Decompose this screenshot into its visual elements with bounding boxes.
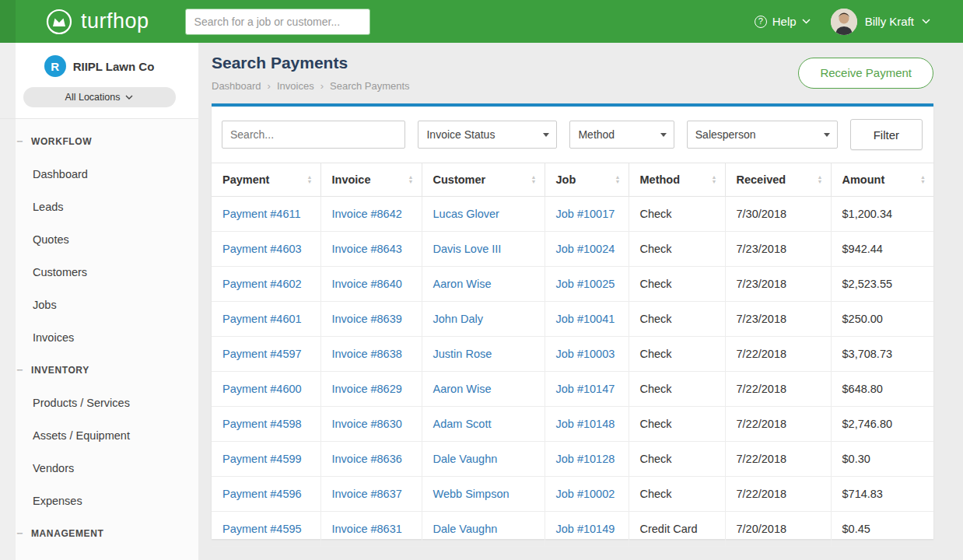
invoice-status-select[interactable]: Invoice Status [418,121,557,149]
sidebar-item-quotes[interactable]: Quotes [0,223,198,256]
payment-link-text[interactable]: Payment #4600 [222,383,302,395]
sidebar-item-assets-equipment[interactable]: Assets / Equipment [0,419,198,452]
invoice-link-text[interactable]: Invoice #8630 [332,418,402,430]
column-header-amount[interactable]: Amount▲▼ [831,163,933,197]
sidebar: R RIIPL Lawn Co All Locations ╌WORKFLOWD… [0,43,198,560]
sort-icon: ▲▼ [712,175,717,184]
invoice-status-value: Invoice Status [426,128,495,141]
payment-link-text[interactable]: Payment #4599 [222,453,302,465]
method-cell: Check [629,442,725,477]
customer-link-text[interactable]: Justin Rose [433,348,492,360]
job-link-text[interactable]: Job #10024 [556,243,615,255]
sidebar-item-expenses[interactable]: Expenses [0,485,198,517]
invoice-link-text[interactable]: Invoice #8639 [332,313,402,325]
payment-link-text[interactable]: Payment #4603 [222,243,302,255]
sidebar-item-vendors[interactable]: Vendors [0,452,198,485]
user-menu[interactable]: Billy Kraft [831,9,930,35]
payment-link-text[interactable]: Payment #4602 [222,278,302,290]
invoice-link-text[interactable]: Invoice #8638 [332,348,402,360]
customer-link-text[interactable]: John Daly [433,313,483,325]
filter-button[interactable]: Filter [850,119,923,150]
customer-link: Adam Scott [422,407,545,442]
method-cell-text: Check [640,208,672,220]
job-link-text[interactable]: Job #10017 [556,208,615,220]
customer-link-text[interactable]: Dale Vaughn [433,523,498,535]
invoice-link-text[interactable]: Invoice #8642 [332,208,402,220]
invoice-link: Invoice #8643 [320,232,422,267]
breadcrumb-item-invoices[interactable]: Invoices [277,80,314,92]
column-header-received[interactable]: Received▲▼ [725,163,831,197]
customer-link: Aaron Wise [422,267,545,302]
job-link-text[interactable]: Job #10025 [556,278,615,290]
column-label: Job [556,173,576,186]
column-header-customer[interactable]: Customer▲▼ [422,163,545,197]
help-menu[interactable]: ? Help [755,15,811,28]
company-row[interactable]: R RIIPL Lawn Co [0,55,198,77]
amount-cell-text: $2,746.80 [842,418,893,430]
sort-icon: ▲▼ [408,175,414,184]
customer-link-text[interactable]: Davis Love III [433,243,502,255]
salesperson-select[interactable]: Salesperson [687,121,838,149]
sidebar-item-leads[interactable]: Leads [0,191,198,223]
job-link-text[interactable]: Job #10147 [556,383,615,395]
sidebar-item-jobs[interactable]: Jobs [0,289,198,321]
brand[interactable]: turfhop [45,8,149,36]
job-link-text[interactable]: Job #10003 [556,348,615,360]
customer-link-text[interactable]: Lucas Glover [433,208,499,220]
invoice-link-text[interactable]: Invoice #8640 [332,278,402,290]
received-cell: 7/22/2018 [725,337,831,372]
amount-cell: $0.45 [831,512,933,547]
received-cell-text: 7/23/2018 [737,313,787,325]
invoice-link-text[interactable]: Invoice #8629 [332,383,402,395]
payments-search-input[interactable] [222,121,405,149]
job-link-text[interactable]: Job #10128 [556,453,615,465]
customer-link-text[interactable]: Dale Vaughn [433,453,498,465]
payment-link: Payment #4600 [212,372,320,407]
customer-link-text[interactable]: Aaron Wise [433,278,492,290]
table-row: Payment #4600Invoice #8629Aaron WiseJob … [212,372,933,407]
column-header-job[interactable]: Job▲▼ [545,163,629,197]
payment-link-text[interactable]: Payment #4596 [222,488,302,500]
payment-link-text[interactable]: Payment #4597 [222,348,302,360]
method-cell: Check [629,197,725,232]
payment-link-text[interactable]: Payment #4595 [222,523,302,535]
breadcrumb-item-dashboard[interactable]: Dashboard [212,80,261,92]
sidebar-item-dashboard[interactable]: Dashboard [0,158,198,191]
invoice-link-text[interactable]: Invoice #8643 [332,243,402,255]
locations-dropdown[interactable]: All Locations [23,87,176,107]
invoice-link-text[interactable]: Invoice #8637 [332,488,402,500]
payment-link-text[interactable]: Payment #4611 [222,208,301,220]
column-label: Payment [222,173,269,186]
job-link: Job #10148 [545,407,629,442]
customer-link: Aaron Wise [422,372,545,407]
sort-icon: ▲▼ [531,175,537,184]
column-header-method[interactable]: Method▲▼ [629,163,725,197]
method-cell-text: Check [640,313,672,325]
column-header-payment[interactable]: Payment▲▼ [212,163,320,197]
job-link-text[interactable]: Job #10148 [556,418,615,430]
invoice-link: Invoice #8629 [320,372,422,407]
sidebar-section-label: MANAGEMENT [31,528,103,539]
amount-cell: $942.44 [831,232,933,267]
receive-payment-button[interactable]: Receive Payment [798,58,933,89]
global-search-input[interactable] [185,9,370,35]
customer-link-text[interactable]: Webb Simpson [433,488,510,500]
help-label: Help [772,15,797,28]
sort-icon: ▲▼ [615,175,621,184]
column-header-invoice[interactable]: Invoice▲▼ [320,163,422,197]
method-select[interactable]: Method [569,121,674,149]
job-link-text[interactable]: Job #10002 [556,488,615,500]
invoice-link-text[interactable]: Invoice #8631 [332,523,402,535]
job-link-text[interactable]: Job #10041 [556,313,615,325]
invoice-link-text[interactable]: Invoice #8636 [332,453,402,465]
payment-link-text[interactable]: Payment #4601 [222,313,302,325]
breadcrumb-separator: › [320,80,324,92]
customer-link-text[interactable]: Aaron Wise [433,383,492,395]
job-link-text[interactable]: Job #10149 [556,523,615,535]
sidebar-item-invoices[interactable]: Invoices [0,321,198,354]
sidebar-item-customers[interactable]: Customers [0,256,198,289]
payment-link-text[interactable]: Payment #4598 [222,418,302,430]
job-link: Job #10147 [545,372,629,407]
sidebar-item-products-services[interactable]: Products / Services [0,387,198,419]
customer-link-text[interactable]: Adam Scott [433,418,492,430]
